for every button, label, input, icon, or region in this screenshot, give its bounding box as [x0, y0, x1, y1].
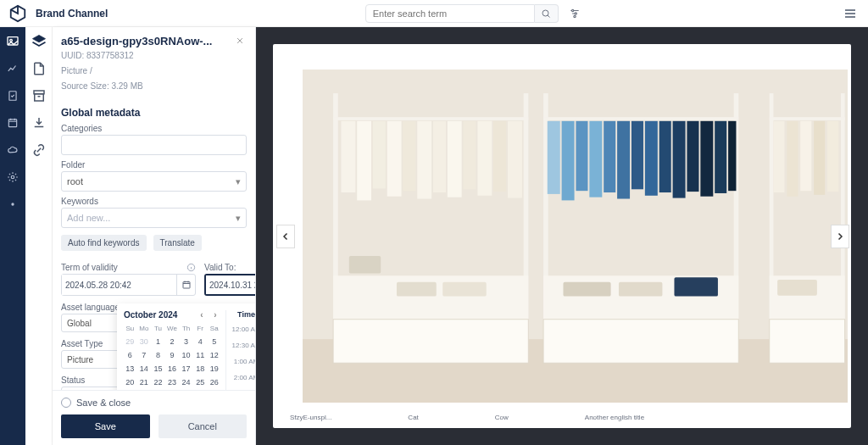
dp-time-option[interactable]: 12:00 AM: [230, 325, 255, 333]
svg-rect-61: [814, 121, 825, 195]
svg-rect-13: [183, 282, 190, 289]
svg-point-1: [571, 9, 573, 11]
dp-day[interactable]: 14: [138, 363, 151, 375]
nav-dot-icon[interactable]: [5, 197, 20, 212]
dp-day[interactable]: 17: [180, 363, 192, 375]
thumb-item[interactable]: Cow: [495, 414, 509, 421]
dp-day[interactable]: 9: [166, 349, 179, 361]
panel-uuid: UUID: 8337758312: [61, 49, 247, 63]
dp-day[interactable]: 25: [194, 376, 207, 388]
dp-day[interactable]: 26: [208, 376, 220, 388]
prev-month-icon[interactable]: ‹: [197, 310, 207, 320]
datepicker-month: October 2024: [124, 310, 177, 320]
svg-rect-7: [8, 120, 16, 127]
thumb-item[interactable]: SfzyE-unspl...: [290, 414, 331, 421]
dp-day[interactable]: 2: [166, 336, 179, 348]
next-asset-button[interactable]: [831, 225, 849, 248]
chevron-down-icon: ▾: [236, 176, 241, 187]
nav-approve-icon[interactable]: [5, 88, 20, 103]
search-input[interactable]: [365, 4, 535, 23]
dp-day[interactable]: 7: [138, 349, 151, 361]
term-date-input[interactable]: [62, 275, 176, 295]
svg-rect-66: [563, 282, 610, 297]
search-button[interactable]: [535, 4, 559, 23]
close-icon[interactable]: [233, 34, 247, 47]
archive-icon[interactable]: [30, 86, 48, 105]
dp-day[interactable]: 11: [194, 349, 207, 361]
svg-rect-43: [508, 121, 522, 198]
dp-day[interactable]: 29: [124, 336, 136, 348]
layers-icon[interactable]: [30, 32, 48, 51]
dp-time-option[interactable]: 2:00 AM: [230, 374, 255, 381]
svg-rect-37: [417, 121, 431, 199]
svg-rect-35: [387, 121, 402, 197]
dp-day[interactable]: 1: [152, 336, 164, 348]
auto-find-keywords-button[interactable]: Auto find keywords: [61, 235, 147, 251]
nav-analytics-icon[interactable]: [5, 61, 20, 76]
dp-dow: Su: [124, 323, 136, 334]
term-label: Term of validity: [61, 263, 196, 272]
dp-day[interactable]: 20: [124, 376, 136, 388]
dp-day[interactable]: 16: [166, 363, 179, 375]
dp-day[interactable]: 8: [152, 349, 164, 361]
dp-day[interactable]: 23: [166, 376, 179, 388]
dp-day[interactable]: 5: [208, 336, 220, 348]
dp-day[interactable]: 6: [124, 349, 136, 361]
svg-rect-32: [341, 121, 355, 192]
nav-calendar-icon[interactable]: [5, 115, 20, 131]
valid-to-date-input[interactable]: [206, 275, 255, 294]
save-and-close-radio[interactable]: [61, 398, 71, 408]
asset-preview-image: [303, 70, 848, 403]
link-icon[interactable]: [30, 141, 48, 159]
tool-column: [25, 27, 53, 445]
dp-day[interactable]: 15: [152, 363, 164, 375]
translate-button[interactable]: Translate: [153, 235, 202, 251]
dp-time-option[interactable]: 1:00 AM: [230, 358, 255, 365]
categories-input[interactable]: [61, 135, 247, 155]
dp-day[interactable]: 3: [180, 336, 192, 348]
info-icon: [186, 263, 196, 272]
svg-point-0: [542, 10, 548, 16]
nav-settings-icon[interactable]: [5, 170, 20, 185]
thumb-item[interactable]: Another english title: [585, 414, 644, 421]
dp-day[interactable]: 12: [208, 349, 220, 361]
dp-day[interactable]: 30: [138, 336, 151, 348]
calendar-icon[interactable]: [176, 275, 195, 295]
cancel-button[interactable]: Cancel: [159, 414, 248, 438]
dp-day[interactable]: 13: [124, 363, 136, 375]
dp-day[interactable]: 24: [180, 376, 192, 388]
keywords-select[interactable]: Add new... ▾: [61, 208, 247, 228]
dp-day[interactable]: 19: [208, 363, 220, 375]
dp-day[interactable]: 10: [180, 349, 192, 361]
thumb-item[interactable]: Cat: [408, 414, 418, 421]
dp-day[interactable]: 22: [152, 376, 164, 388]
svg-rect-41: [477, 121, 492, 196]
dp-day[interactable]: 4: [194, 336, 207, 348]
dp-time-option[interactable]: 12:30 AM: [230, 342, 255, 349]
download-icon[interactable]: [30, 114, 48, 132]
svg-rect-54: [687, 121, 698, 192]
dp-day[interactable]: 18: [194, 363, 207, 375]
document-icon[interactable]: [30, 59, 48, 78]
next-month-icon[interactable]: ›: [210, 310, 220, 320]
svg-rect-52: [659, 121, 671, 192]
datepicker-popup: October 2024 ‹ › SuMoTuWeThFrSa293012345…: [117, 303, 255, 390]
hamburger-menu[interactable]: [841, 4, 860, 23]
nav-image-icon[interactable]: [5, 34, 20, 49]
prev-asset-button[interactable]: [276, 225, 295, 248]
dp-day[interactable]: 21: [138, 376, 151, 388]
save-button[interactable]: Save: [61, 414, 150, 438]
preview-frame: SfzyE-unspl... Cat Cow Another english t…: [273, 44, 851, 428]
keywords-label: Keywords: [61, 197, 247, 206]
svg-rect-42: [493, 121, 506, 192]
nav-cloud-icon[interactable]: [5, 142, 20, 158]
svg-rect-36: [403, 121, 415, 191]
svg-rect-44: [548, 121, 560, 194]
folder-select[interactable]: root ▾: [61, 171, 247, 192]
svg-rect-59: [787, 121, 798, 197]
filter-button[interactable]: [565, 4, 584, 23]
svg-rect-65: [442, 282, 486, 297]
svg-point-3: [574, 15, 576, 17]
dp-dow: Fr: [194, 323, 207, 334]
thumbnail-bar: SfzyE-unspl... Cat Cow Another english t…: [273, 406, 851, 428]
